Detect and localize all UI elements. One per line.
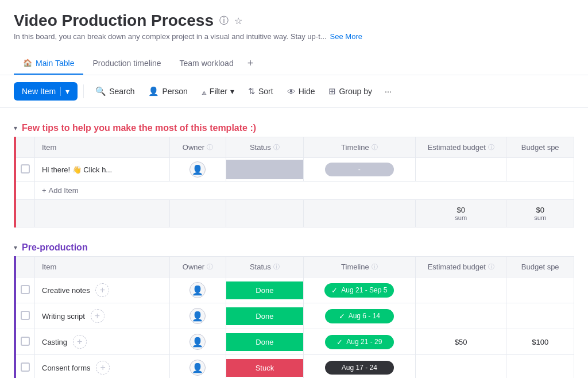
tips-summary-budget: $0 sum xyxy=(416,200,506,227)
pre-budget-header: Estimated budget ⓘ xyxy=(416,257,506,277)
add-avatar[interactable]: + xyxy=(96,361,110,375)
tab-team-workload[interactable]: Team workload xyxy=(171,53,243,75)
tips-row-0-status[interactable] xyxy=(226,158,304,182)
tab-main-table[interactable]: 🏠 Main Table xyxy=(14,53,83,75)
add-avatar[interactable]: + xyxy=(73,335,87,349)
pre-owner-info-icon: ⓘ xyxy=(207,263,213,271)
group-icon: ⊞ xyxy=(328,86,336,97)
hide-label: Hide xyxy=(299,87,315,96)
checkbox[interactable] xyxy=(21,337,30,346)
tips-owner-header: Owner ⓘ xyxy=(169,137,226,158)
budget-spent-sum-value: $0 xyxy=(513,206,567,214)
checkbox[interactable] xyxy=(21,311,30,320)
pre-row-1-check[interactable] xyxy=(16,303,35,329)
avatar[interactable]: 👤 xyxy=(189,282,206,298)
checkbox[interactable] xyxy=(21,362,30,372)
budget-spent-value: $100 xyxy=(532,338,548,346)
pre-row-0-check[interactable] xyxy=(16,277,35,303)
star-icon[interactable]: ☆ xyxy=(234,16,242,26)
info-icon[interactable]: ⓘ xyxy=(219,15,229,27)
tips-group-header[interactable]: ▾ Few tips to help you make the most of … xyxy=(14,119,574,137)
status-badge[interactable]: Stuck xyxy=(226,359,303,377)
pre-row-3-check[interactable] xyxy=(16,355,35,379)
pre-row-0-owner[interactable]: 👤 xyxy=(169,277,226,303)
tips-add-check-cell xyxy=(16,182,35,200)
avatar[interactable]: 👤 xyxy=(189,360,206,376)
pre-row-2-status[interactable]: Done xyxy=(226,329,304,355)
add-avatar[interactable]: + xyxy=(95,283,109,297)
tips-row-0-item[interactable]: Hi there! 👋 Click h... xyxy=(35,158,170,182)
add-person-icon[interactable]: + xyxy=(73,338,87,346)
pre-row-1-item[interactable]: Writing script + xyxy=(35,303,170,329)
pre-row-2-owner[interactable]: 👤 xyxy=(169,329,226,355)
status-badge[interactable] xyxy=(226,160,303,179)
filter-chevron-icon: ▾ xyxy=(230,87,234,96)
pre-row-1-status[interactable]: Done xyxy=(226,303,304,329)
checkbox[interactable] xyxy=(21,285,30,294)
tips-row-0-check[interactable] xyxy=(16,158,35,182)
budget-info-icon: ⓘ xyxy=(488,143,494,152)
add-person-icon[interactable]: + xyxy=(91,312,105,321)
pre-row-3-status[interactable]: Stuck xyxy=(226,355,304,379)
pre-row-3-item[interactable]: Consent forms + xyxy=(35,355,170,379)
pre-row-3-owner[interactable]: 👤 xyxy=(169,355,226,379)
table-row: Consent forms + 👤 Stuck Aug 17 - 24 xyxy=(16,355,574,379)
check-icon: ✓ xyxy=(336,338,343,346)
timeline-bar: ✓Aug 6 - 14 xyxy=(325,309,394,323)
pre-row-2-item[interactable]: Casting + xyxy=(35,329,170,355)
pre-table: Item Owner ⓘ Status xyxy=(16,256,574,378)
pre-row-1-owner[interactable]: 👤 xyxy=(169,303,226,329)
tab-production-timeline[interactable]: Production timeline xyxy=(83,53,170,75)
pre-budget-header-label: Estimated budget xyxy=(428,263,486,271)
item-text: Writing script xyxy=(42,312,85,321)
add-person-icon[interactable]: + xyxy=(96,364,110,372)
pre-row-0-timeline: ✓Aug 21 - Sep 5 xyxy=(303,277,415,303)
hide-button[interactable]: 👁 Hide xyxy=(281,83,321,100)
avatar[interactable]: 👤 xyxy=(189,161,206,178)
status-badge[interactable]: Done xyxy=(226,281,303,299)
avatar[interactable]: 👤 xyxy=(189,308,206,324)
timeline-text: Aug 21 - Sep 5 xyxy=(341,286,387,294)
tips-group: ▾ Few tips to help you make the most of … xyxy=(14,119,574,227)
tips-summary-row: $0 sum $0 sum xyxy=(16,200,574,227)
new-item-button[interactable]: New Item ▾ xyxy=(14,82,78,101)
pre-row-0-status[interactable]: Done xyxy=(226,277,304,303)
see-more-link[interactable]: See More xyxy=(330,32,362,41)
new-item-caret[interactable]: ▾ xyxy=(60,87,69,96)
page-subtitle: In this board, you can break down any co… xyxy=(14,32,574,41)
table-row: Creative notes + 👤 Done ✓Aug 21 - Sep 5 xyxy=(16,277,574,303)
tips-summary-timeline xyxy=(303,200,415,227)
tips-add-item-button[interactable]: + Add Item xyxy=(42,186,79,195)
pre-owner-header: Owner ⓘ xyxy=(169,257,226,277)
pre-item-header: Item xyxy=(35,257,170,277)
tips-budget-spent-header-label: Budget spe xyxy=(521,143,559,152)
status-badge[interactable]: Done xyxy=(226,307,303,325)
tips-item-header: Item xyxy=(35,137,170,158)
new-item-label: New Item xyxy=(22,87,56,96)
checkbox[interactable] xyxy=(21,164,30,173)
tips-summary-item xyxy=(35,200,170,227)
filter-button[interactable]: ⟁ Filter ▾ xyxy=(196,83,240,100)
avatar[interactable]: 👤 xyxy=(189,334,206,350)
group-by-button[interactable]: ⊞ Group by xyxy=(323,83,378,100)
check-icon: ✓ xyxy=(339,312,345,321)
sort-button[interactable]: ⇅ Sort xyxy=(242,83,279,100)
tab-team-workload-label: Team workload xyxy=(180,59,234,68)
tips-add-item-cell: + Add Item xyxy=(35,182,574,200)
person-button[interactable]: 👤 Person xyxy=(142,83,193,100)
add-tab-button[interactable]: + xyxy=(243,52,258,75)
pre-group-header[interactable]: ▾ Pre-production xyxy=(14,239,574,256)
pre-row-3-budget xyxy=(416,355,506,379)
pre-row-0-item[interactable]: Creative notes + xyxy=(35,277,170,303)
plus-icon: + xyxy=(42,186,47,195)
pre-row-2-check[interactable] xyxy=(16,329,35,355)
search-button[interactable]: 🔍 Search xyxy=(90,83,140,100)
status-info-icon: ⓘ xyxy=(273,143,280,152)
tips-row-0-owner[interactable]: 👤 xyxy=(169,158,226,182)
add-person-icon[interactable]: + xyxy=(95,286,109,295)
pre-row-3-timeline: Aug 17 - 24 xyxy=(303,355,415,379)
pre-row-0-budget-spent xyxy=(506,277,574,303)
add-avatar[interactable]: + xyxy=(91,309,105,323)
more-options-button[interactable]: ··· xyxy=(380,83,396,99)
status-badge[interactable]: Done xyxy=(226,333,303,351)
